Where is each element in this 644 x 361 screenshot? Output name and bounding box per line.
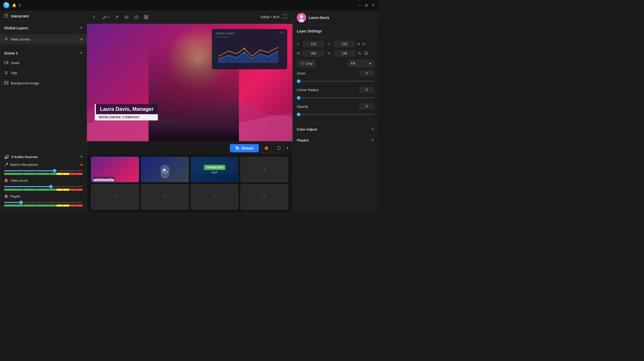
notification-icon[interactable]: 🔔	[12, 3, 16, 7]
maximize-button[interactable]: ⧉	[365, 3, 368, 8]
fill-dropdown-icon: ▾	[369, 62, 371, 65]
color-adjust-add-button[interactable]: +	[371, 127, 374, 132]
pencil-tool-button[interactable]: ▾	[102, 15, 109, 19]
opacity-slider[interactable]	[297, 114, 374, 115]
name-card: Laura Davis, Manager WORLDWIDE COMPANY	[95, 104, 158, 120]
playlist-audio-icon: 🔇	[4, 194, 8, 198]
crop-button[interactable]: Crop	[297, 60, 316, 67]
fill-label: Fill	[351, 62, 355, 65]
layers-tool-button[interactable]	[124, 15, 129, 19]
audio-icon: 🔊	[4, 154, 9, 159]
title-icon	[4, 71, 8, 76]
transition-badge: TRANSITION	[204, 165, 225, 170]
global-layers-add-button[interactable]: +	[80, 25, 83, 31]
h-input[interactable]	[334, 50, 355, 57]
presenter-name: Laura Davis, Manager	[95, 104, 158, 114]
svg-rect-3	[4, 61, 7, 64]
scene-thumb-7[interactable]: +	[191, 184, 239, 210]
stats-title: Statistic Graph	[216, 32, 284, 35]
resolution-dropdown-icon: ▾	[278, 15, 279, 19]
zoom-section: Zoom	[297, 70, 374, 83]
sidebar-item-webcam[interactable]: Web camera	[0, 34, 87, 44]
playlist-section: Playlist +	[293, 135, 378, 146]
color-adjust-label: Color Adjust	[297, 127, 317, 131]
x-input[interactable]	[303, 41, 324, 47]
text-tool-button[interactable]: T	[92, 15, 97, 19]
play-overlay-2: ▶	[141, 157, 189, 182]
scene-add-button[interactable]: +	[80, 50, 83, 56]
w-input[interactable]	[303, 50, 324, 57]
stats-overlay: Statistic Graph All branches 1	[212, 29, 287, 69]
opacity-value-input[interactable]	[359, 104, 374, 109]
sidebar-item-viedo[interactable]: Viedo	[0, 58, 87, 68]
grid-tool-button[interactable]	[144, 15, 149, 19]
timer-tool-button[interactable]	[134, 15, 139, 19]
resolution-button[interactable]: 1080p • 30 ▾	[260, 15, 279, 19]
corner-radius-slider[interactable]	[297, 97, 374, 98]
sidebar-item-background[interactable]: Background image	[0, 78, 87, 88]
scene-thumb-5[interactable]: +	[91, 184, 139, 210]
microphone-slider[interactable]	[4, 170, 83, 171]
opacity-title: Opacity	[297, 105, 308, 108]
expand-button[interactable]: ▾	[286, 146, 288, 150]
record-button[interactable]	[261, 143, 271, 153]
transition-cut-label: CUT	[212, 171, 218, 174]
webcam-active-dot	[81, 38, 83, 40]
stream-label: Stream	[242, 146, 254, 150]
toolbar-right: 1080p • 30 ▾	[260, 14, 287, 20]
minimize-button[interactable]: ─	[358, 3, 361, 7]
playlist-audio-meter	[4, 205, 83, 207]
left-sidebar: ☰ manycam Global Layers + Web camera Sce…	[0, 10, 87, 212]
y-input[interactable]	[334, 41, 355, 47]
crop-label: Crop	[305, 62, 313, 65]
zoom-value-input[interactable]	[359, 70, 374, 76]
videosound-slider[interactable]	[4, 186, 83, 187]
user-name-label: Laura Davis	[309, 16, 329, 20]
playlist-label: Playlist	[297, 138, 309, 142]
user-avatar	[297, 13, 306, 22]
hamburger-menu[interactable]: ☰	[4, 13, 8, 19]
svg-rect-9	[144, 15, 146, 17]
sync-button[interactable]	[274, 143, 284, 153]
scene-thumb-4[interactable]: +	[240, 157, 288, 182]
fill-select[interactable]: Fill ▾	[348, 60, 374, 67]
presenter-company: WORLDWIDE COMPANY	[95, 114, 158, 120]
scene-thumb-6[interactable]: +	[141, 184, 189, 210]
scene-thumb-3[interactable]: 3 TRANSITION CUT	[191, 157, 239, 182]
svg-rect-11	[144, 17, 146, 19]
scene-thumb-8[interactable]: +	[240, 184, 288, 210]
h-label: H	[328, 52, 332, 55]
playlist-audio-slider[interactable]	[4, 202, 83, 203]
scene-thumb-2[interactable]: 2 ▶	[141, 157, 189, 182]
reset-size-button[interactable]	[364, 51, 368, 56]
constrain-proportions-button[interactable]	[357, 51, 362, 56]
scene-thumb-1[interactable]: 1 Laura Davis, Manager WORLDWIDE COMPANY	[91, 157, 139, 182]
refresh-position-button[interactable]: ↻	[362, 42, 365, 46]
audio-header: 🔊 3 Audio Sources +	[0, 152, 87, 162]
microphone-meter	[4, 173, 83, 175]
reset-position-button[interactable]: ↺	[357, 42, 360, 46]
playlist-add-button[interactable]: +	[371, 138, 374, 143]
close-button[interactable]: ✕	[372, 3, 375, 7]
right-sidebar: Laura Davis Layer Settings X Y ↺ ↻ W H	[292, 10, 378, 212]
fullscreen-button[interactable]	[283, 14, 287, 20]
sidebar-divider-1	[0, 45, 87, 46]
videosound-meter	[4, 189, 83, 191]
resolution-label: 1080p • 30	[260, 15, 277, 19]
webcam-icon	[4, 37, 8, 42]
title-bar-left: 🔔 ℹ	[3, 2, 20, 8]
zoom-slider[interactable]	[297, 81, 374, 82]
stream-button[interactable]: 📡 Stream	[230, 144, 259, 152]
record-indicator	[265, 146, 268, 150]
audio-sources-title: 3 Audio Sources	[11, 155, 38, 159]
audio-add-button[interactable]: +	[80, 154, 83, 160]
layer-settings-body: X Y ↺ ↻ W H	[293, 37, 378, 124]
info-icon[interactable]: ℹ	[19, 3, 20, 7]
scene-add-4: +	[263, 166, 266, 173]
layer-settings-title: Layer Settings	[297, 29, 322, 33]
sidebar-item-title[interactable]: Title	[0, 68, 87, 78]
play-circle-2: ▶	[160, 165, 170, 174]
svg-text:12.02: 12.02	[218, 61, 223, 63]
wand-tool-button[interactable]	[114, 15, 119, 19]
corner-radius-value-input[interactable]	[359, 87, 374, 93]
